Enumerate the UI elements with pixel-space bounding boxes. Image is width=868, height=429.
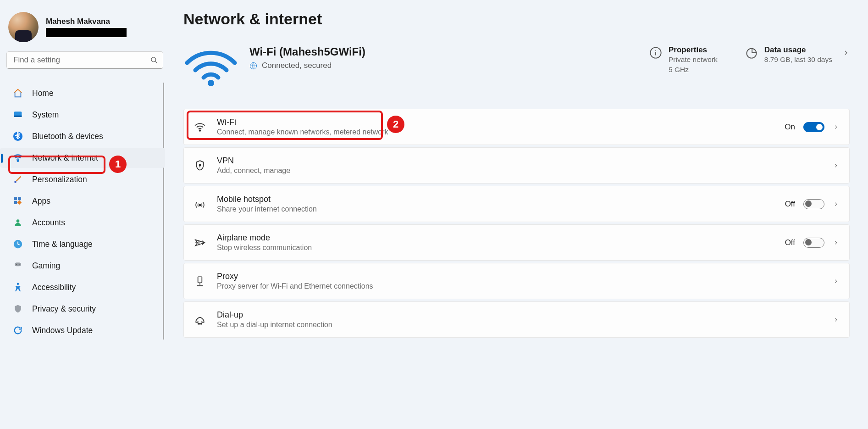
nav-gaming[interactable]: Gaming: [0, 256, 165, 276]
vpn-card[interactable]: VPN Add, connect, manage: [183, 147, 850, 184]
wifi-icon: [194, 121, 206, 133]
hotspot-card-title: Mobile hotspot: [217, 195, 774, 204]
nav-accessibility[interactable]: Accessibility: [0, 277, 165, 297]
chevron-right-icon: [833, 240, 839, 246]
nav-windows-update[interactable]: Windows Update: [0, 320, 165, 340]
svg-point-10: [17, 219, 20, 223]
airplane-card[interactable]: Airplane mode Stop wireless communicatio…: [183, 224, 850, 261]
hotspot-icon: [194, 198, 206, 210]
data-usage-detail: 8.79 GB, last 30 days: [764, 55, 832, 65]
chevron-right-icon: [833, 162, 839, 169]
shield-lock-icon: [194, 160, 206, 172]
clock-globe-icon: [13, 239, 23, 249]
svg-rect-2: [14, 116, 22, 117]
hotspot-toggle[interactable]: [803, 199, 824, 209]
nav-personalization[interactable]: Personalization: [0, 169, 165, 189]
wifi-state: On: [785, 123, 795, 132]
svg-point-22: [199, 204, 200, 206]
svg-point-5: [14, 181, 17, 183]
dialup-icon: [194, 314, 206, 326]
search-input[interactable]: [13, 56, 150, 65]
page-title: Network & internet: [183, 10, 850, 28]
search-icon: [150, 56, 158, 64]
wifi-large-icon: [183, 45, 238, 89]
nav-network[interactable]: Network & internet: [0, 148, 165, 168]
svg-rect-9: [17, 201, 22, 205]
wifi-card-sub: Connect, manage known networks, metered …: [217, 128, 774, 136]
wifi-toggle[interactable]: [803, 122, 824, 132]
airplane-card-title: Airplane mode: [217, 233, 774, 243]
nav-label: Network & internet: [32, 153, 98, 163]
nav-privacy[interactable]: Privacy & security: [0, 299, 165, 319]
properties-title: Properties: [669, 45, 718, 55]
profile-block[interactable]: Mahesh Makvana: [0, 8, 170, 51]
home-icon: [13, 88, 23, 98]
vpn-card-title: VPN: [217, 156, 822, 166]
shield-icon: [13, 304, 23, 314]
wifi-card[interactable]: Wi-Fi Connect, manage known networks, me…: [183, 109, 850, 145]
wifi-status: Connected, secured: [262, 61, 332, 70]
svg-point-4: [17, 160, 19, 162]
nav-apps[interactable]: Apps: [0, 191, 165, 211]
proxy-icon: [194, 275, 206, 287]
properties-line1: Private network: [669, 55, 718, 65]
avatar: [8, 12, 39, 42]
globe-icon: [249, 62, 257, 70]
hotspot-state: Off: [785, 200, 795, 209]
brush-icon: [13, 174, 23, 184]
nav-label: Bluetooth & devices: [32, 132, 103, 141]
svg-point-14: [19, 264, 20, 265]
wifi-network-name: Wi-Fi (Mahesh5GWiFi): [249, 45, 365, 58]
chevron-right-icon: [833, 124, 839, 130]
dialup-card[interactable]: Dial-up Set up a dial-up internet connec…: [183, 301, 850, 338]
svg-point-13: [16, 264, 17, 265]
vpn-card-sub: Add, connect, manage: [217, 167, 822, 175]
nav-label: Privacy & security: [32, 304, 96, 314]
properties-card[interactable]: Properties Private network 5 GHz: [649, 45, 718, 74]
airplane-toggle[interactable]: [803, 238, 824, 248]
dialup-card-sub: Set up a dial-up internet connection: [217, 321, 822, 329]
bluetooth-icon: [13, 131, 23, 141]
chevron-right-icon: [842, 49, 850, 56]
nav-label: Gaming: [32, 261, 60, 271]
nav-label: Home: [32, 89, 54, 98]
hotspot-card[interactable]: Mobile hotspot Share your internet conne…: [183, 186, 850, 222]
svg-rect-23: [198, 277, 202, 283]
proxy-card-sub: Proxy server for Wi-Fi and Ethernet conn…: [217, 282, 822, 290]
nav-home[interactable]: Home: [0, 83, 165, 103]
svg-rect-7: [18, 197, 21, 201]
nav-label: System: [32, 110, 59, 120]
system-icon: [13, 110, 23, 120]
info-icon: [649, 46, 662, 59]
proxy-card[interactable]: Proxy Proxy server for Wi-Fi and Etherne…: [183, 263, 850, 299]
svg-rect-12: [15, 262, 21, 266]
properties-line2: 5 GHz: [669, 65, 718, 75]
nav-label: Apps: [32, 196, 50, 206]
proxy-card-title: Proxy: [217, 272, 822, 281]
airplane-icon: [194, 237, 206, 249]
redacted-bar: [46, 28, 127, 37]
svg-point-0: [151, 57, 156, 62]
nav-label: Time & language: [32, 240, 93, 249]
airplane-state: Off: [785, 238, 795, 247]
nav-system[interactable]: System: [0, 105, 165, 125]
svg-point-25: [199, 323, 200, 324]
search-input-wrapper[interactable]: [6, 51, 163, 69]
svg-point-24: [198, 323, 199, 324]
data-usage-card[interactable]: Data usage 8.79 GB, last 30 days: [745, 45, 850, 65]
accessibility-icon: [13, 282, 23, 292]
svg-point-19: [746, 49, 756, 58]
profile-name: Mahesh Makvana: [46, 17, 127, 26]
wifi-icon: [13, 153, 23, 163]
nav-time-language[interactable]: Time & language: [0, 234, 165, 254]
chevron-right-icon: [833, 317, 839, 323]
gamepad-icon: [13, 261, 23, 271]
person-icon: [13, 217, 23, 228]
nav-bluetooth[interactable]: Bluetooth & devices: [0, 126, 165, 146]
update-icon: [13, 325, 23, 335]
nav-label: Accessibility: [32, 283, 76, 292]
chevron-right-icon: [833, 278, 839, 284]
data-usage-title: Data usage: [764, 45, 832, 55]
nav-label: Windows Update: [32, 326, 93, 335]
nav-accounts[interactable]: Accounts: [0, 212, 165, 233]
